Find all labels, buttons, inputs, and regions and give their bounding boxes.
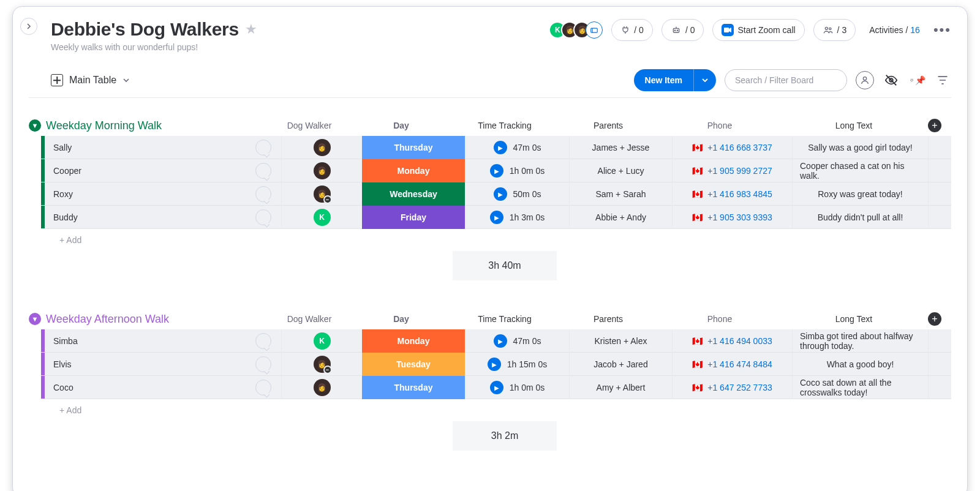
chat-icon[interactable] <box>255 333 271 349</box>
search-input[interactable]: Search / Filter Board <box>725 69 847 91</box>
walker-cell[interactable]: K <box>281 329 362 353</box>
expand-sidebar-button[interactable] <box>20 18 37 35</box>
automations-pill[interactable]: / 0 <box>662 19 704 41</box>
walker-cell[interactable]: 👩− <box>281 182 362 206</box>
item-name-cell[interactable]: Cooper <box>45 159 281 182</box>
item-name-cell[interactable]: Buddy <box>45 206 281 228</box>
column-header-note[interactable]: Long Text <box>780 121 928 130</box>
column-header-day[interactable]: Day <box>350 121 453 130</box>
phone-cell[interactable]: 🇨🇦 +1 416 668 3737 <box>672 136 792 159</box>
chat-icon[interactable] <box>255 356 271 372</box>
phone-cell[interactable]: 🇨🇦 +1 647 252 7733 <box>672 376 792 399</box>
group-collapse-icon[interactable]: ▼ <box>29 119 41 132</box>
walker-cell[interactable]: 👩 <box>281 159 362 182</box>
favorite-star-icon[interactable]: ★ <box>245 21 257 37</box>
item-name-cell[interactable]: Simba <box>45 329 281 352</box>
group-collapse-icon[interactable]: ▼ <box>29 313 41 325</box>
avatar[interactable]: 👩 <box>314 379 331 396</box>
phone-cell[interactable]: 🇨🇦 +1 416 983 4845 <box>672 182 792 206</box>
note-cell[interactable]: Buddy didn't pull at all! <box>792 206 928 229</box>
item-name-cell[interactable]: Roxy <box>45 182 281 205</box>
parents-cell[interactable]: James + Jesse <box>569 136 672 159</box>
note-cell[interactable]: Simba got tired about halfway through to… <box>792 329 928 353</box>
phone-cell[interactable]: 🇨🇦 +1 905 999 2727 <box>672 159 792 182</box>
note-cell[interactable]: Coco sat down at all the crosswalks toda… <box>792 376 928 399</box>
play-icon[interactable]: ▶ <box>490 164 503 178</box>
avatar[interactable]: K <box>314 209 331 226</box>
column-header-note[interactable]: Long Text <box>780 314 928 324</box>
chat-icon[interactable] <box>255 186 271 202</box>
time-cell[interactable]: ▶ 1h 0m 0s <box>465 159 569 182</box>
item-name-cell[interactable]: Elvis <box>45 353 281 375</box>
day-cell[interactable]: Friday <box>362 206 465 229</box>
members-pill[interactable]: / 3 <box>813 19 856 41</box>
avatar[interactable]: 👩− <box>314 186 331 203</box>
column-header-time[interactable]: Time Tracking <box>453 121 557 130</box>
parents-cell[interactable]: Abbie + Andy <box>569 206 672 229</box>
column-header-walker[interactable]: Dog Walker <box>269 314 350 324</box>
note-cell[interactable]: Sally was a good girl today! <box>792 136 928 159</box>
column-header-phone[interactable]: Phone <box>660 314 780 324</box>
zoom-button[interactable]: Start Zoom call <box>712 19 804 41</box>
time-cell[interactable]: ▶ 50m 0s <box>465 182 569 206</box>
note-cell[interactable]: Roxy was great today! <box>792 182 928 206</box>
note-cell[interactable]: What a good boy! <box>792 353 928 376</box>
board-subtitle[interactable]: Weekly walks with our wonderful pups! <box>51 42 257 52</box>
time-cell[interactable]: ▶ 1h 3m 0s <box>465 206 569 229</box>
time-cell[interactable]: ▶ 47m 0s <box>465 136 569 159</box>
walker-cell[interactable]: K <box>281 206 362 229</box>
column-header-parents[interactable]: Parents <box>557 314 660 324</box>
pin-icon[interactable]: 📌 <box>908 72 925 89</box>
avatar[interactable]: 👩 <box>314 162 331 179</box>
group-title[interactable]: Weekday Morning Walk <box>46 119 162 132</box>
walker-cell[interactable]: 👩− <box>281 353 362 376</box>
parents-cell[interactable]: Sam + Sarah <box>569 182 672 206</box>
parents-cell[interactable]: Jacob + Jared <box>569 353 672 376</box>
column-header-walker[interactable]: Dog Walker <box>269 121 350 130</box>
day-cell[interactable]: Thursday <box>362 136 465 159</box>
chat-icon[interactable] <box>255 380 271 395</box>
add-column-button[interactable]: + <box>928 119 941 132</box>
parents-cell[interactable]: Kristen + Alex <box>569 329 672 353</box>
play-icon[interactable]: ▶ <box>494 141 507 154</box>
integrations-pill[interactable]: / 0 <box>611 19 653 41</box>
add-column-button[interactable]: + <box>928 312 941 326</box>
group-title[interactable]: Weekday Afternoon Walk <box>46 313 169 326</box>
board-title[interactable]: Debbie's Dog Walkers <box>51 19 239 40</box>
time-cell[interactable]: ▶ 1h 15m 0s <box>465 353 569 376</box>
day-cell[interactable]: Thursday <box>362 376 465 399</box>
play-icon[interactable]: ▶ <box>488 358 501 371</box>
filter-icon[interactable] <box>934 72 951 89</box>
day-cell[interactable]: Wednesday <box>362 182 465 206</box>
day-cell[interactable]: Monday <box>362 159 465 182</box>
walker-cell[interactable]: 👩 <box>281 136 362 159</box>
time-cell[interactable]: ▶ 47m 0s <box>465 329 569 353</box>
avatar[interactable]: 👩 <box>314 139 331 156</box>
new-item-button[interactable]: New Item <box>634 69 716 91</box>
play-icon[interactable]: ▶ <box>494 187 507 201</box>
day-cell[interactable]: Tuesday <box>362 353 465 376</box>
add-item-button[interactable]: + Add <box>45 405 81 415</box>
walker-cell[interactable]: 👩 <box>281 376 362 399</box>
parents-cell[interactable]: Alice + Lucy <box>569 159 672 182</box>
board-members[interactable]: K 👩 👩 <box>554 21 603 39</box>
column-header-time[interactable]: Time Tracking <box>453 314 557 324</box>
chat-icon[interactable] <box>255 209 271 225</box>
phone-cell[interactable]: 🇨🇦 +1 905 303 9393 <box>672 206 792 229</box>
chevron-down-icon[interactable] <box>694 77 716 84</box>
item-name-cell[interactable]: Coco <box>45 376 281 399</box>
view-picker[interactable]: Main Table <box>51 74 130 86</box>
chat-icon[interactable] <box>255 163 271 179</box>
more-menu-icon[interactable]: ••• <box>933 22 951 38</box>
parents-cell[interactable]: Amy + Albert <box>569 376 672 399</box>
add-item-button[interactable]: + Add <box>45 235 81 245</box>
phone-cell[interactable]: 🇨🇦 +1 416 494 0033 <box>672 329 792 353</box>
phone-cell[interactable]: 🇨🇦 +1 416 474 8484 <box>672 353 792 376</box>
item-name-cell[interactable]: Sally <box>45 136 281 159</box>
person-filter-icon[interactable] <box>856 71 874 89</box>
note-cell[interactable]: Cooper chased a cat on his walk. <box>792 159 928 182</box>
column-header-parents[interactable]: Parents <box>557 121 660 130</box>
column-header-phone[interactable]: Phone <box>660 121 780 130</box>
chat-icon[interactable] <box>255 140 271 156</box>
activities-link[interactable]: Activities / 16 <box>864 19 925 41</box>
